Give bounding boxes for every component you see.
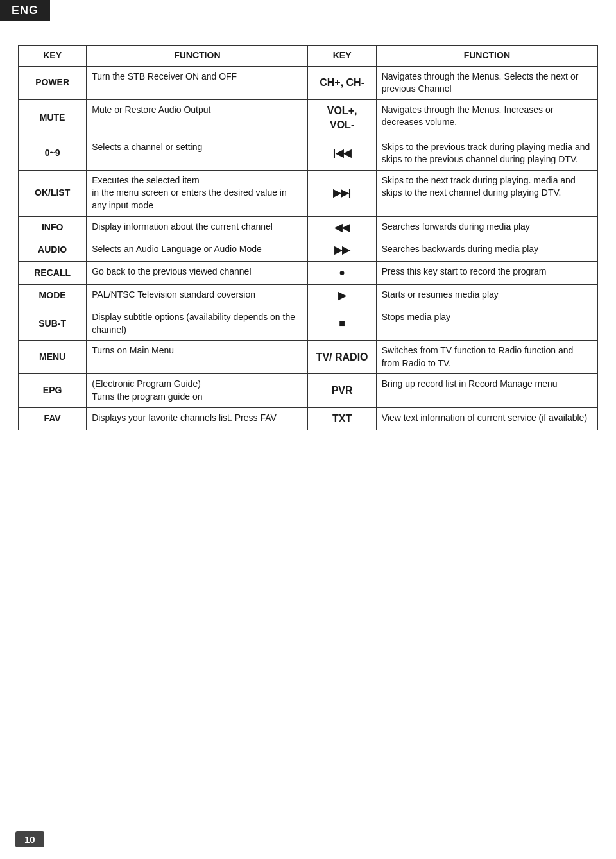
function-table: KEY FUNCTION KEY FUNCTION POWERTurn the … [18,45,598,430]
table-row-key1: FAV [19,407,87,430]
table-row-key2: VOL+, VOL- [308,99,376,137]
table-row-func2: Skips to the next track during playing. … [376,170,597,216]
table-row-func2: Press this key start to record the progr… [376,262,597,284]
table-row-key1: SUB-T [19,307,87,341]
table-row-key1: POWER [19,66,87,99]
col-header-key1: KEY [19,46,87,67]
table-row-func1: Display subtitle options (availability d… [87,307,308,341]
table-row-key2: CH+, CH- [308,66,376,99]
col-header-func1: FUNCTION [87,46,308,67]
table-row-func2: Searches forwards during media play [376,216,597,239]
table-row-func1: (Electronic Program Guide)Turns the prog… [87,374,308,407]
table-row-key1: INFO [19,216,87,239]
table-row-key2: ▶▶ [308,239,376,261]
table-row-func1: Turn the STB Receiver ON and OFF [87,66,308,99]
table-row-func2: Switches from TV function to Radio funct… [376,341,597,374]
table-row-func2: Navigates through the Menus. Increases o… [376,99,597,137]
table-row-func1: PAL/NTSC Television standard coversion [87,284,308,307]
table-row-func1: Executes the selected itemin the menu sc… [87,170,308,216]
table-row-key1: OK/LIST [19,170,87,216]
table-row-key1: MENU [19,341,87,374]
page-number: 10 [15,831,44,847]
col-header-func2: FUNCTION [376,46,597,67]
table-row-key2: ● [308,262,376,284]
table-row-key1: AUDIO [19,239,87,261]
eng-badge: ENG [0,0,50,21]
table-row-key2: TXT [308,407,376,430]
table-row-key2: ◀◀ [308,216,376,239]
table-row-key2: ▶ [308,284,376,307]
table-row-func1: Displays your favorite channels list. Pr… [87,407,308,430]
table-row-func2: Navigates through the Menus. Selects the… [376,66,597,99]
table-row-func2: Skips to the previous track during playi… [376,137,597,170]
table-row-key1: EPG [19,374,87,407]
table-row-func2: View text information of current service… [376,407,597,430]
table-row-key1: RECALL [19,262,87,284]
table-row-key1: 0~9 [19,137,87,170]
table-row-func1: Turns on Main Menu [87,341,308,374]
table-row-key2: ▶▶| [308,170,376,216]
table-row-func1: Selects an Audio Language or Audio Mode [87,239,308,261]
table-row-key2: PVR [308,374,376,407]
table-row-func1: Display information about the current ch… [87,216,308,239]
table-row-key1: MODE [19,284,87,307]
table-row-func2: Searches backwards during media play [376,239,597,261]
table-row-func1: Go back to the previous viewed channel [87,262,308,284]
table-row-func2: Starts or resumes media play [376,284,597,307]
table-row-func2: Stops media play [376,307,597,341]
table-row-func2: Bring up record list in Record Manage me… [376,374,597,407]
col-header-key2: KEY [308,46,376,67]
table-row-func1: Mute or Restore Audio Output [87,99,308,137]
table-row-key2: TV/ RADIO [308,341,376,374]
table-row-key1: MUTE [19,99,87,137]
table-row-key2: |◀◀ [308,137,376,170]
table-row-func1: Selects a channel or setting [87,137,308,170]
table-row-key2: ■ [308,307,376,341]
